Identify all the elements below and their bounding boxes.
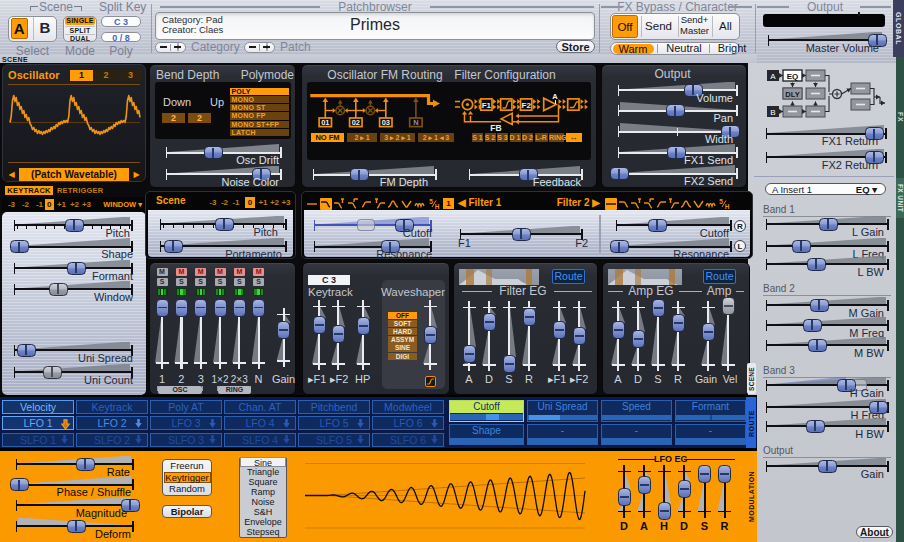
svg-text:DLY: DLY <box>785 90 799 99</box>
svg-text:FB: FB <box>490 123 501 133</box>
svg-text:03: 03 <box>382 118 390 127</box>
svg-text:A: A <box>770 72 776 81</box>
svg-text:EQ: EQ <box>787 72 799 81</box>
svg-text:02: 02 <box>352 118 360 127</box>
svg-text:F2: F2 <box>522 101 532 110</box>
svg-text:5: 5 <box>719 198 723 205</box>
svg-text:H: H <box>724 203 729 210</box>
svg-text:B: B <box>770 108 775 117</box>
svg-text:01: 01 <box>321 118 329 127</box>
svg-text:5: 5 <box>429 198 433 205</box>
svg-text:F1: F1 <box>482 101 492 110</box>
svg-text:H: H <box>434 203 439 210</box>
svg-text:N: N <box>413 118 418 127</box>
svg-text:A: A <box>552 92 558 101</box>
